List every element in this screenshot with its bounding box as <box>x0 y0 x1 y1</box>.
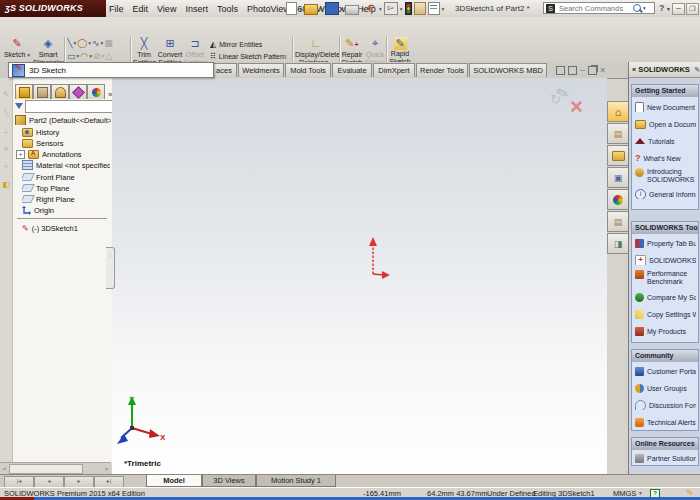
strip-solid-icon[interactable]: ◧ <box>2 180 10 189</box>
strip-move-icon[interactable]: + <box>4 162 9 171</box>
strip-axis-icon[interactable]: ⊥ <box>3 126 10 135</box>
tree-item-annotations[interactable]: + A Annotations <box>16 149 104 159</box>
link-property-tab-builder[interactable]: Property Tab Builder <box>635 238 696 248</box>
tab-render-tools[interactable]: Render Tools <box>416 63 468 77</box>
filter-input[interactable] <box>25 100 113 113</box>
save-icon[interactable] <box>325 2 339 15</box>
tab-solidworks-mbd[interactable]: SOLIDWORKS MBD <box>469 63 547 77</box>
displaymanager-tab[interactable] <box>87 84 105 99</box>
link-introducing-solidworks[interactable]: Introducing SOLIDWORKS <box>635 168 696 184</box>
link-customer-portal[interactable]: Customer Portal <box>635 366 696 376</box>
tab-view-palette[interactable]: ▣ <box>607 167 628 188</box>
link-user-groups[interactable]: User Groups <box>635 383 696 393</box>
tab-custom-properties[interactable]: ▤ <box>607 211 628 232</box>
filter-funnel-icon[interactable] <box>15 103 23 109</box>
print-icon[interactable] <box>345 5 359 15</box>
link-partner-solutions[interactable]: Partner Solutions <box>635 453 696 463</box>
active-tab-3d-sketch[interactable]: ✎ 3D Sketch <box>8 62 214 78</box>
link-whats-new[interactable]: ?What's New <box>635 153 696 163</box>
menu-view[interactable]: View <box>157 4 176 14</box>
open-dropdown[interactable]: ▾ <box>320 6 323 12</box>
line-dropdown[interactable]: ▾ <box>73 40 76 46</box>
tree-rollback-bar[interactable] <box>17 218 107 219</box>
search-icon[interactable] <box>633 4 641 12</box>
strip-line-icon[interactable]: ╲ <box>4 108 9 117</box>
options-icon[interactable] <box>428 2 440 15</box>
tab-model[interactable]: Model <box>146 475 202 487</box>
tree-item-origin[interactable]: Origin <box>22 205 110 215</box>
configurationmanager-tab[interactable] <box>51 84 69 99</box>
tab-weldments[interactable]: Weldments <box>238 63 284 77</box>
graphics-viewport[interactable]: ✎ ↻ × Y X *Trimetric <box>112 78 607 474</box>
arc-tool-icon[interactable]: ◠ <box>80 51 88 61</box>
tab-forum[interactable]: ◨ <box>607 233 628 254</box>
tab-design-library[interactable]: ▤ <box>607 123 628 144</box>
section-header[interactable]: Online Resources <box>632 438 698 450</box>
dimxpertmanager-tab[interactable] <box>69 84 87 99</box>
tab-file-explorer[interactable] <box>607 145 628 166</box>
menu-insert[interactable]: Insert <box>185 4 208 14</box>
doc-minimize-icon[interactable]: ─ <box>580 67 585 74</box>
help-button[interactable]: ? ▾ <box>659 3 670 13</box>
collapse-chevron-icon[interactable]: « <box>632 65 636 74</box>
options-dropdown[interactable]: ▾ <box>442 6 445 12</box>
line-tool-icon[interactable]: ╲ <box>67 38 72 48</box>
tab-appearances[interactable] <box>607 189 628 210</box>
link-technical-alerts[interactable]: Technical Alerts & News <box>635 417 696 427</box>
scroll-right-arrow[interactable]: > <box>102 466 111 472</box>
tree-root-part2[interactable]: Part2 (Default<<Default>_Disp <box>15 115 111 125</box>
circle-dropdown[interactable]: ▾ <box>88 40 91 46</box>
link-my-products[interactable]: My Products <box>635 326 696 336</box>
tree-item-material[interactable]: Material <not specified> <box>22 160 110 170</box>
select-cursor-icon[interactable]: ▻ <box>384 2 398 15</box>
link-compare-my-score[interactable]: Compare My Score <box>635 292 696 302</box>
strip-pencil-icon[interactable]: ✎ <box>3 90 10 99</box>
file-properties-icon[interactable] <box>414 2 426 15</box>
tab-dimxpert[interactable]: DimXpert <box>373 63 415 77</box>
tree-item-sensors[interactable]: Sensors <box>22 138 110 148</box>
tab-motion-study-1[interactable]: Motion Study 1 <box>256 475 336 487</box>
new-document-icon[interactable] <box>286 2 297 15</box>
link-new-document[interactable]: New Document <box>635 102 696 112</box>
search-input[interactable] <box>557 3 631 14</box>
link-performance-benchmark[interactable]: Performance Benchmark Test <box>635 270 696 286</box>
search-dropdown[interactable]: ▾ <box>643 5 646 11</box>
new-dropdown[interactable]: ▾ <box>299 6 302 12</box>
restore-button[interactable]: ❐ <box>686 3 699 15</box>
doc-restore-icon[interactable] <box>556 66 565 75</box>
tree-item-top-plane[interactable]: Top Plane <box>22 183 110 193</box>
propertymanager-tab[interactable] <box>33 84 51 99</box>
expand-plus-icon[interactable]: + <box>16 150 25 159</box>
rectangle-tool-icon[interactable]: ▭ <box>67 51 76 61</box>
link-solidworks-rx[interactable]: +SOLIDWORKS Rx <box>635 255 696 265</box>
open-icon[interactable] <box>304 4 318 15</box>
tab-evaluate[interactable]: Evaluate <box>332 63 372 77</box>
section-header[interactable]: Community <box>632 350 698 362</box>
cancel-sketch-x-icon[interactable]: × <box>570 94 583 120</box>
spline-tool-icon[interactable]: ∿ <box>92 38 100 48</box>
print-dropdown[interactable]: ▾ <box>361 6 364 12</box>
section-header[interactable]: SOLIDWORKS Tools <box>632 222 698 234</box>
tab-mold-tools[interactable]: Mold Tools <box>285 63 331 77</box>
save-dropdown[interactable]: ▾ <box>341 6 344 12</box>
undo-dropdown[interactable]: ▾ <box>379 6 382 12</box>
link-discussion-forum[interactable]: Discussion Forum <box>635 400 696 410</box>
select-dropdown[interactable]: ▾ <box>400 6 403 12</box>
doc-size-icon[interactable] <box>568 66 577 75</box>
link-tutorials[interactable]: Tutorials <box>635 136 696 146</box>
circle-tool-icon[interactable]: ◯ <box>77 38 87 48</box>
rectangle-dropdown[interactable]: ▾ <box>77 53 80 59</box>
scroll-thumb[interactable] <box>9 464 83 474</box>
tree-item-history[interactable]: History <box>22 127 110 137</box>
panel-splitter-handle[interactable]: ⋮ <box>106 247 115 289</box>
scroll-left-arrow[interactable]: < <box>0 466 9 472</box>
sketch-dropdown[interactable]: ▾ <box>27 52 30 58</box>
spline-dropdown[interactable]: ▾ <box>101 40 104 46</box>
menu-edit[interactable]: Edit <box>133 4 149 14</box>
tab-3d-views[interactable]: 3D Views <box>202 475 256 487</box>
tab-surfaces-partial[interactable]: aces <box>211 63 237 77</box>
units-dropdown[interactable]: ▾ <box>639 490 642 496</box>
rebuild-traffic-light-icon[interactable] <box>405 2 412 15</box>
undo-icon[interactable]: ↶ <box>366 3 377 14</box>
minimize-button[interactable]: ─ <box>672 3 685 15</box>
